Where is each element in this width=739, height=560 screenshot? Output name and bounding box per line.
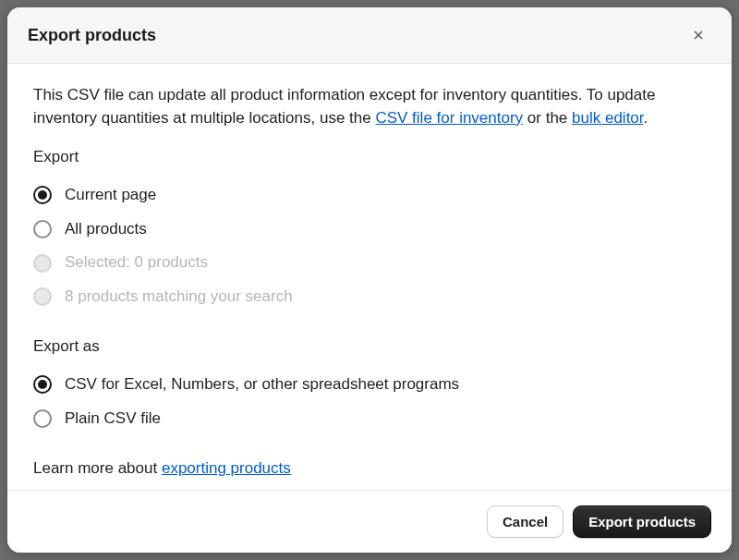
- export-option-selected: Selected: 0 products: [33, 246, 706, 280]
- radio-icon: [33, 254, 52, 273]
- learn-more-prefix: Learn more about: [33, 459, 162, 477]
- export-as-option-plain-csv[interactable]: Plain CSV file: [33, 402, 706, 436]
- learn-more-text: Learn more about exporting products: [33, 457, 706, 481]
- csv-inventory-link[interactable]: CSV file for inventory: [375, 109, 523, 127]
- export-section-label: Export: [33, 146, 706, 169]
- export-as-option-excel-csv[interactable]: CSV for Excel, Numbers, or other spreads…: [33, 368, 706, 402]
- close-icon: [691, 27, 706, 43]
- export-as-section-label: Export as: [33, 335, 706, 359]
- bulk-editor-link[interactable]: bulk editor: [572, 109, 644, 127]
- radio-icon: [33, 409, 52, 428]
- radio-label: All products: [65, 218, 147, 241]
- export-scope-radio-group: Current page All products Selected: 0 pr…: [33, 178, 706, 314]
- radio-label: 8 products matching your search: [65, 286, 293, 309]
- exporting-products-link[interactable]: exporting products: [162, 459, 291, 477]
- export-products-modal: Export products This CSV file can update…: [7, 7, 732, 553]
- radio-icon: [33, 220, 52, 238]
- modal-footer: Cancel Export products: [7, 490, 732, 553]
- radio-icon: [33, 186, 52, 204]
- export-option-current-page[interactable]: Current page: [33, 178, 706, 213]
- export-option-matching-search: 8 products matching your search: [33, 280, 706, 314]
- radio-icon: [33, 287, 52, 306]
- cancel-button[interactable]: Cancel: [487, 505, 563, 538]
- radio-label: CSV for Excel, Numbers, or other spreads…: [65, 373, 459, 396]
- radio-label: Selected: 0 products: [65, 251, 208, 274]
- radio-icon: [33, 375, 52, 394]
- description-paragraph: This CSV file can update all product inf…: [33, 84, 706, 129]
- description-text-2: or the: [523, 109, 572, 127]
- export-option-all-products[interactable]: All products: [33, 213, 706, 247]
- radio-label: Plain CSV file: [65, 408, 161, 431]
- radio-label: Current page: [65, 184, 156, 207]
- export-format-radio-group: CSV for Excel, Numbers, or other spreads…: [33, 368, 706, 435]
- modal-body: This CSV file can update all product inf…: [7, 64, 732, 490]
- close-button[interactable]: [685, 22, 711, 48]
- description-text-3: .: [644, 109, 648, 127]
- modal-header: Export products: [7, 7, 732, 64]
- modal-title: Export products: [28, 26, 156, 45]
- export-products-button[interactable]: Export products: [573, 505, 711, 538]
